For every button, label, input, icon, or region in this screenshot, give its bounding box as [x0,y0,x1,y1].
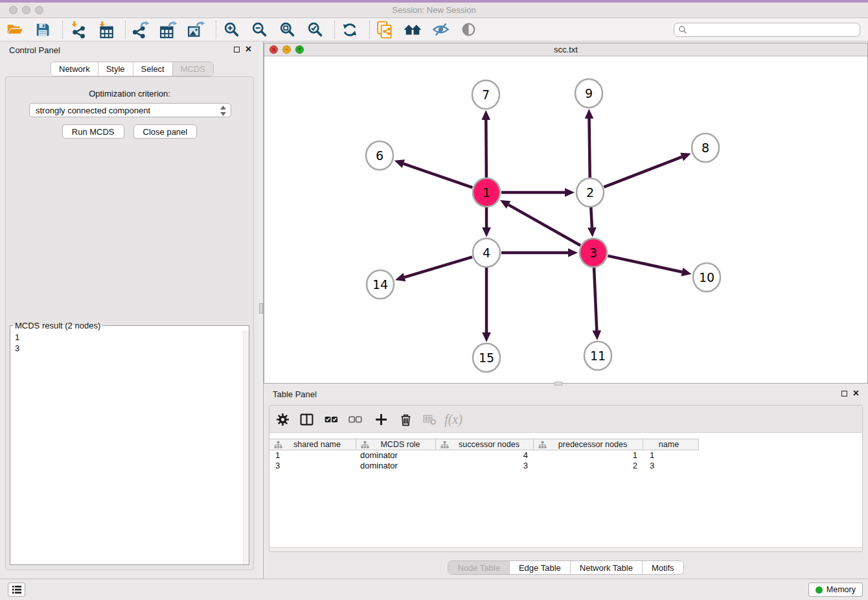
graph-node-label-3: 3 [589,246,597,260]
zoom-out-button[interactable] [249,20,269,40]
graph-edge-2-8[interactable] [604,157,681,187]
tab-mcds[interactable]: MCDS [172,62,213,76]
tab-motifs[interactable]: Motifs [642,561,683,574]
export-table-button[interactable] [159,20,178,40]
export-network-button[interactable] [131,20,150,40]
memory-status-dot [816,586,823,594]
import-network-button[interactable] [68,20,87,40]
cell-shared-name[interactable]: 1 [269,450,356,461]
network-window-title: scc.txt [264,45,867,54]
control-panel-header: Control Panel × [0,41,259,58]
close-panel-button[interactable]: Close panel [133,124,198,139]
graph-edge-1-6[interactable] [404,164,472,188]
network-graph[interactable]: 1234678910111415 [264,56,867,383]
zoom-in-button[interactable] [222,20,241,40]
hide-panels-button[interactable] [431,20,450,40]
column-header-predecessor-nodes[interactable]: predecessor nodes [534,439,643,450]
cell-shared-name[interactable]: 3 [269,461,356,471]
mcds-result-box: MCDS result (2 nodes) 1 3 [10,321,249,565]
show-panels-button[interactable] [459,20,478,40]
homes-icon [404,21,422,38]
refresh-icon [341,21,358,38]
tab-edge-table[interactable]: Edge Table [509,561,570,574]
criterion-select[interactable]: strongly connected component [29,103,231,117]
tab-node-table[interactable]: Node Table [448,561,509,574]
close-panel-icon[interactable]: × [246,43,251,55]
cell-mcds-role[interactable]: dominator [356,461,436,471]
graph-node-label-6: 6 [376,148,383,163]
zoom-selected-button[interactable] [305,20,325,40]
cell-predecessor-nodes[interactable]: 2 [534,461,643,471]
vertical-splitter[interactable] [259,41,264,579]
open-file-button[interactable] [5,20,25,40]
column-header-successor-nodes[interactable]: successor nodes [436,439,534,450]
result-scrollbar[interactable] [243,330,249,564]
column-header-mcds-role[interactable]: MCDS role [356,439,436,450]
run-mcds-button[interactable]: Run MCDS [62,124,124,139]
float-table-panel-icon[interactable] [841,391,847,397]
graph-arrowhead [568,248,578,257]
import-table-button[interactable] [96,20,115,40]
tab-network[interactable]: Network [51,62,98,76]
search-input[interactable] [674,23,860,37]
close-table-panel-icon[interactable]: × [853,387,859,399]
float-panel-icon[interactable] [234,47,240,52]
task-history-button[interactable] [8,583,25,597]
refresh-button[interactable] [340,20,360,40]
graph-edge-4-14[interactable] [404,257,472,277]
memory-button[interactable]: Memory [808,583,863,597]
hierarchy-icon [274,441,282,449]
export-image-button[interactable] [187,20,206,40]
hierarchy-icon [361,441,369,449]
column-header-shared-name[interactable]: shared name [269,439,356,450]
cell-mcds-role[interactable]: dominator [356,450,436,461]
cell-successor-nodes[interactable]: 3 [436,461,534,471]
cell-name[interactable]: 1 [643,450,699,461]
select-all-button[interactable] [323,411,339,427]
graph-arrowhead [680,153,691,161]
application-window: Session: New Session Control Panel [0,0,868,600]
graph-arrowhead [481,110,490,120]
cell-name[interactable]: 3 [643,461,699,471]
tab-style[interactable]: Style [98,62,133,76]
graph-arrowhead [394,159,405,168]
column-header-name[interactable]: name [643,439,699,450]
hide-eye-icon [432,21,450,38]
save-session-button[interactable] [33,20,52,40]
add-column-button[interactable] [373,411,389,427]
tab-network-table[interactable]: Network Table [570,561,642,574]
checked-boxes-icon [325,413,338,426]
table-row[interactable]: 1 dominator 4 1 1 [269,450,699,461]
graph-edge-3-1[interactable] [508,205,580,246]
homes-button[interactable] [403,20,422,40]
cell-successor-nodes[interactable]: 4 [436,450,534,461]
table-settings-button[interactable] [275,411,290,427]
delete-column-button[interactable] [398,411,413,427]
graph-edge-2-3[interactable] [591,207,592,227]
graph-edge-1-7[interactable] [486,120,486,178]
cell-predecessor-nodes[interactable]: 1 [534,450,643,461]
deselect-all-button[interactable] [347,411,363,427]
graph-node-label-1: 1 [483,185,490,200]
graph-edge-3-10[interactable] [608,256,681,272]
table-hscrollbar[interactable] [269,547,862,551]
split-columns-icon [300,413,314,426]
clone-network-button[interactable] [375,20,394,40]
import-table-icon [97,21,115,39]
trash-icon [399,413,413,426]
graph-edge-3-11[interactable] [594,268,597,330]
mcds-tab-content: Optimization criterion: strongly connect… [5,76,254,570]
tab-select[interactable]: Select [133,62,172,76]
graph-edge-2-9[interactable] [589,119,590,178]
table-panel-inner: f(x) shared name MCDS role successor nod… [269,405,863,552]
zoom-fit-button[interactable] [277,20,297,40]
show-columns-button[interactable] [299,411,314,427]
toolbar-separator [334,21,335,39]
search-field-wrap [674,23,860,37]
graph-node-label-14: 14 [372,277,388,292]
vertical-splitter-handle[interactable] [259,303,263,314]
table-row[interactable]: 3 dominator 3 2 3 [269,461,699,471]
network-canvas[interactable]: 1234678910111415 [264,56,867,383]
graph-node-label-11: 11 [590,349,606,363]
table-tabs-row: Node Table Edge Table Network Table Moti… [264,560,868,575]
